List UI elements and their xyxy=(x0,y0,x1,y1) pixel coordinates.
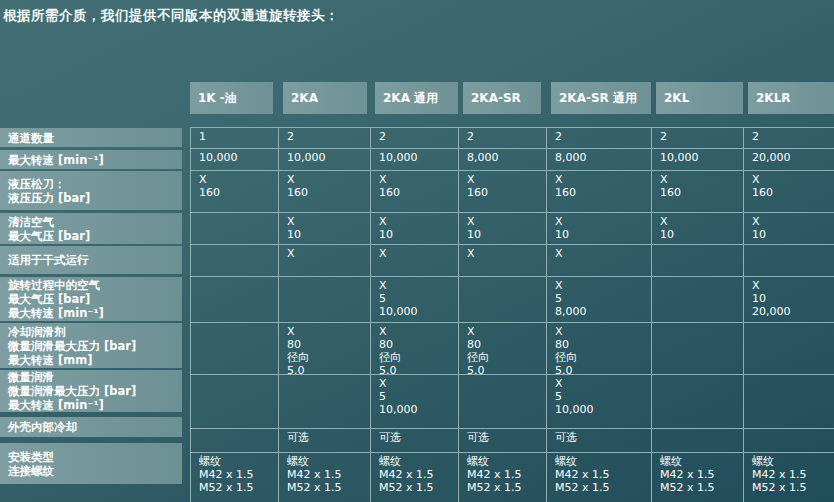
table-cell: X xyxy=(459,245,547,277)
table-cell xyxy=(744,429,834,453)
page-title: 根据所需介质，我们提供不同版本的双通道旋转接头： xyxy=(3,7,339,25)
table-cell: 2 xyxy=(371,128,459,149)
table-cell: X 5 10,000 xyxy=(371,277,459,323)
table-cell: 螺纹 M42 x 1.5 M52 x 1.5 xyxy=(371,453,459,502)
table-cell: X xyxy=(547,245,652,277)
table-cell xyxy=(279,277,371,323)
table-cell: X 160 xyxy=(279,171,371,213)
table-cell: X 160 xyxy=(191,171,279,213)
table-cell xyxy=(279,375,371,429)
table-cell: 2 xyxy=(279,128,371,149)
table-cell: 可选 xyxy=(459,429,547,453)
row-label-coolant: 冷却润滑剂 微量润滑最大压力 [bar] 最大转速 [mm] xyxy=(0,323,182,368)
column-header-2ka-sr-universal: 2KA-SR 通用 xyxy=(551,82,651,114)
table-cell xyxy=(652,245,744,277)
table-cell xyxy=(459,375,547,429)
column-header-1k-oil: 1K -油 xyxy=(190,82,273,114)
table-cell: X 10 20,000 xyxy=(744,277,834,323)
row-label-channel-count: 通道数量 xyxy=(0,128,182,147)
table-cell xyxy=(191,375,279,429)
table-cell: 螺纹 M42 x 1.5 M52 x 1.5 xyxy=(547,453,652,502)
table-cell: X 10 xyxy=(459,213,547,245)
row-label-mql: 微量润滑 微量润滑最大压力 [bar] 最大转速 [min⁻¹] xyxy=(0,370,182,412)
table-cell: X 160 xyxy=(371,171,459,213)
table-cell: 10,000 xyxy=(279,149,371,171)
column-header-2ka-universal: 2KA 通用 xyxy=(375,82,458,114)
table-cell: 可选 xyxy=(279,429,371,453)
table-cell: X 10 xyxy=(371,213,459,245)
table-cell xyxy=(191,323,279,375)
row-label-mounting-type: 安装类型 连接螺纹 xyxy=(0,443,182,484)
row-label-rotating-air: 旋转过程中的空气 最大气压 [bar] 最大转速 [min⁻¹] xyxy=(0,277,182,321)
row-label-housing-cooling: 外壳内部冷却 xyxy=(0,417,182,437)
table-cell: 8,000 xyxy=(459,149,547,171)
table-cell: 螺纹 M42 x 1.5 M52 x 1.5 xyxy=(744,453,834,502)
table-cell xyxy=(652,375,744,429)
column-header-2ka: 2KA xyxy=(283,82,367,114)
table-cell: X 160 xyxy=(744,171,834,213)
table-cell: 1 xyxy=(191,128,279,149)
spec-table: 1 2 2 2 2 2 2 10,000 10,000 10,000 8,000… xyxy=(190,127,834,502)
table-cell: 2 xyxy=(547,128,652,149)
table-cell xyxy=(191,213,279,245)
column-header-2ka-sr: 2KA-SR xyxy=(463,82,541,114)
table-cell: X 160 xyxy=(547,171,652,213)
table-cell: 10,000 xyxy=(652,149,744,171)
row-label-dry-run: 适用于干式运行 xyxy=(0,246,182,274)
table-cell: 螺纹 M42 x 1.5 M52 x 1.5 xyxy=(191,453,279,502)
table-cell: 20,000 xyxy=(744,149,834,171)
table-cell: X 10 xyxy=(652,213,744,245)
table-cell: X 80 径向 5.0 xyxy=(371,323,459,375)
table-cell: 螺纹 M42 x 1.5 M52 x 1.5 xyxy=(652,453,744,502)
table-cell xyxy=(744,375,834,429)
table-cell xyxy=(191,245,279,277)
column-header-2klr: 2KLR xyxy=(748,82,834,114)
table-cell xyxy=(744,323,834,375)
table-cell xyxy=(652,429,744,453)
table-cell: X 5 8,000 xyxy=(547,277,652,323)
table-cell xyxy=(652,323,744,375)
table-cell: X 5 10,000 xyxy=(547,375,652,429)
table-cell: X xyxy=(371,245,459,277)
table-cell xyxy=(652,277,744,323)
table-cell: X xyxy=(279,245,371,277)
row-label-hydraulic-unclamp: 液压松刀： 液压压力 [bar] xyxy=(0,171,182,210)
table-cell: X 10 xyxy=(547,213,652,245)
table-cell: 10,000 xyxy=(191,149,279,171)
table-cell: X 10 xyxy=(744,213,834,245)
table-cell: 10,000 xyxy=(371,149,459,171)
table-cell: 螺纹 M42 x 1.5 M52 x 1.5 xyxy=(279,453,371,502)
table-cell: X 80 径向 5.0 xyxy=(279,323,371,375)
table-cell: 可选 xyxy=(547,429,652,453)
table-cell: X 160 xyxy=(459,171,547,213)
table-cell xyxy=(744,245,834,277)
table-cell xyxy=(459,277,547,323)
table-cell: 2 xyxy=(459,128,547,149)
table-cell: 8,000 xyxy=(547,149,652,171)
table-cell xyxy=(191,277,279,323)
row-label-clean-air: 清洁空气 最大气压 [bar] xyxy=(0,213,182,244)
table-cell: 2 xyxy=(744,128,834,149)
table-cell: X 80 径向 5.0 xyxy=(547,323,652,375)
row-label-max-speed: 最大转速 [min⁻¹] xyxy=(0,150,182,169)
table-cell: 2 xyxy=(652,128,744,149)
column-header-2kl: 2KL xyxy=(656,82,743,114)
table-cell: X 160 xyxy=(652,171,744,213)
table-cell xyxy=(191,429,279,453)
table-cell: X 10 xyxy=(279,213,371,245)
table-cell: X 5 10,000 xyxy=(371,375,459,429)
table-cell: 可选 xyxy=(371,429,459,453)
table-cell: X 80 径向 5.0 xyxy=(459,323,547,375)
table-cell: 螺纹 M42 x 1.5 M52 x 1.5 xyxy=(459,453,547,502)
